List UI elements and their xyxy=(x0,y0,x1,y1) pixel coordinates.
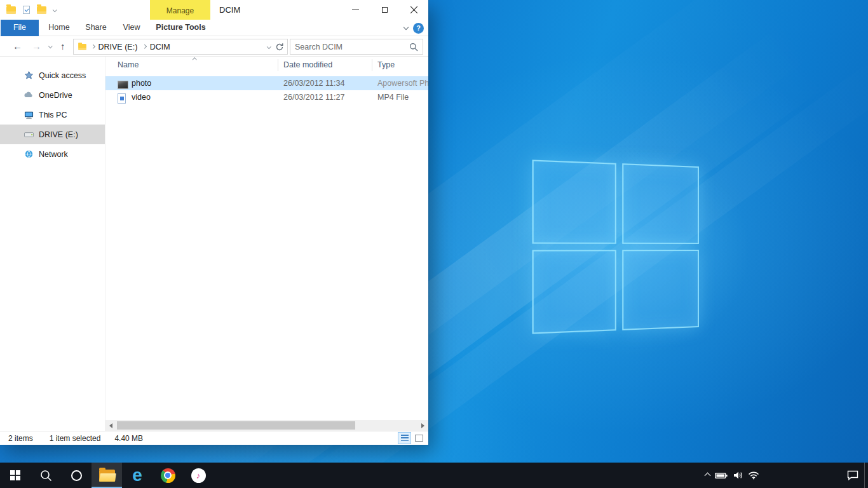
taskbar-search-button[interactable] xyxy=(31,463,61,488)
horizontal-scrollbar[interactable] xyxy=(105,420,428,431)
forward-button[interactable]: → xyxy=(32,36,41,57)
maximize-button[interactable] xyxy=(370,0,399,20)
selection-summary: 1 item selected xyxy=(50,434,101,443)
breadcrumb-chevron-icon[interactable] xyxy=(142,44,146,48)
minimize-button[interactable] xyxy=(341,0,370,20)
window-title: DCIM xyxy=(219,0,240,20)
computer-icon xyxy=(24,111,34,119)
taskbar: e ♪ xyxy=(0,463,868,488)
manage-contextual-tab[interactable]: Manage xyxy=(150,0,210,20)
file-row-video[interactable]: video 26/03/2012 11:27 MP4 File xyxy=(105,90,428,104)
hidden-icons-chevron-icon[interactable] xyxy=(705,473,710,478)
scrollbar-thumb[interactable] xyxy=(117,421,355,430)
up-button[interactable]: ↑ xyxy=(60,36,65,57)
breadcrumb-drive[interactable]: DRIVE (E:) xyxy=(97,43,139,51)
sidebar-item-this-pc[interactable]: This PC xyxy=(0,105,105,125)
tab-view[interactable]: View xyxy=(116,20,147,36)
search-icon[interactable] xyxy=(409,43,418,51)
refresh-icon[interactable] xyxy=(275,43,284,51)
file-list: Name Date modified Type photo 26/03/2012… xyxy=(105,57,428,431)
battery-icon[interactable] xyxy=(715,472,728,479)
taskbar-chrome-button[interactable] xyxy=(153,463,183,488)
windows-logo-pane xyxy=(622,163,699,244)
video-file-icon xyxy=(118,90,126,104)
column-divider[interactable] xyxy=(372,59,372,71)
ribbon-tab-bar: File Home Share View Picture Tools ? xyxy=(0,20,428,36)
new-folder-icon[interactable] xyxy=(37,6,46,14)
back-button[interactable]: ← xyxy=(13,36,22,57)
sidebar-item-label: Network xyxy=(39,150,68,159)
taskbar-file-explorer-button[interactable] xyxy=(92,463,122,488)
help-button[interactable]: ? xyxy=(413,23,424,34)
breadcrumb-folder[interactable]: DCIM xyxy=(149,43,172,51)
taskbar-edge-button[interactable]: e xyxy=(122,463,153,488)
drive-icon xyxy=(24,132,34,137)
file-name: video xyxy=(132,90,151,104)
file-date-modified: 26/03/2012 11:34 xyxy=(283,76,344,90)
scroll-left-arrow[interactable] xyxy=(105,420,116,431)
cortana-button[interactable] xyxy=(61,463,92,488)
selection-size: 4.40 MB xyxy=(114,434,143,443)
wifi-icon[interactable] xyxy=(748,471,759,480)
scroll-right-arrow[interactable] xyxy=(417,420,428,431)
column-header-name[interactable]: Name xyxy=(112,57,271,74)
search-input[interactable] xyxy=(290,43,409,51)
tab-file[interactable]: File xyxy=(1,20,39,36)
music-note-icon: ♪ xyxy=(196,471,201,480)
sidebar-item-drive-e[interactable]: DRIVE (E:) xyxy=(0,125,105,144)
sidebar-item-label: OneDrive xyxy=(39,91,72,100)
file-explorer-window: Manage DCIM File Home Share View Picture… xyxy=(0,0,428,445)
windows-logo-icon xyxy=(10,470,20,480)
expand-ribbon-chevron-icon[interactable] xyxy=(403,25,409,30)
file-row-photo[interactable]: photo 26/03/2012 11:34 Apowersoft Pho xyxy=(105,76,428,90)
right-triangle-icon xyxy=(421,423,424,428)
show-desktop-strip[interactable] xyxy=(864,463,868,488)
column-headers: Name Date modified Type xyxy=(105,57,428,74)
volume-icon[interactable] xyxy=(733,471,743,480)
view-toggles xyxy=(398,432,426,444)
navigation-bar: ← → ↑ DRIVE (E:) DCIM xyxy=(0,36,428,57)
system-tray xyxy=(705,463,759,488)
item-count: 2 items xyxy=(8,434,33,443)
tab-share[interactable]: Share xyxy=(79,20,113,36)
windows-logo-pane xyxy=(532,159,616,243)
edge-icon: e xyxy=(132,466,142,484)
address-bar[interactable]: DRIVE (E:) DCIM xyxy=(73,39,288,55)
windows-logo xyxy=(532,159,699,334)
tab-picture-tools[interactable]: Picture Tools xyxy=(151,20,211,36)
action-center-button[interactable] xyxy=(841,463,864,488)
minimize-icon xyxy=(352,10,359,10)
status-bar: 2 items 1 item selected 4.40 MB xyxy=(0,431,428,445)
column-divider[interactable] xyxy=(278,59,278,71)
large-icons-view-button[interactable] xyxy=(412,432,426,444)
start-button[interactable] xyxy=(0,463,31,488)
close-button[interactable] xyxy=(399,0,428,20)
maximize-icon xyxy=(382,7,388,13)
column-header-type[interactable]: Type xyxy=(372,57,430,74)
sidebar-item-onedrive[interactable]: OneDrive xyxy=(0,85,105,105)
windows-logo-pane xyxy=(622,250,699,330)
action-center-icon xyxy=(847,470,858,480)
taskbar-itunes-button[interactable]: ♪ xyxy=(183,463,214,488)
windows-logo-pane xyxy=(532,250,616,334)
properties-icon[interactable] xyxy=(23,6,30,14)
cortana-ring-icon xyxy=(71,470,82,481)
search-box[interactable] xyxy=(290,39,423,55)
customize-toolbar-chevron-icon[interactable] xyxy=(53,8,57,11)
search-icon xyxy=(40,470,52,482)
breadcrumb-chevron-icon[interactable] xyxy=(91,44,95,48)
details-view-button[interactable] xyxy=(398,432,411,444)
left-triangle-icon xyxy=(109,423,112,428)
window-controls xyxy=(341,0,428,20)
sidebar-item-network[interactable]: Network xyxy=(0,144,105,164)
explorer-window-icon xyxy=(6,6,16,14)
recent-locations-chevron-icon[interactable] xyxy=(48,44,52,48)
chrome-icon xyxy=(161,468,175,483)
sidebar-item-quick-access[interactable]: Quick access xyxy=(0,65,105,85)
explorer-content: Quick access OneDrive This PC xyxy=(0,57,428,431)
address-dropdown-chevron-icon[interactable] xyxy=(267,44,271,48)
tab-home[interactable]: Home xyxy=(42,20,76,36)
screen: Manage DCIM File Home Share View Picture… xyxy=(0,0,868,488)
itunes-icon: ♪ xyxy=(191,468,206,483)
column-header-date-modified[interactable]: Date modified xyxy=(278,57,372,74)
